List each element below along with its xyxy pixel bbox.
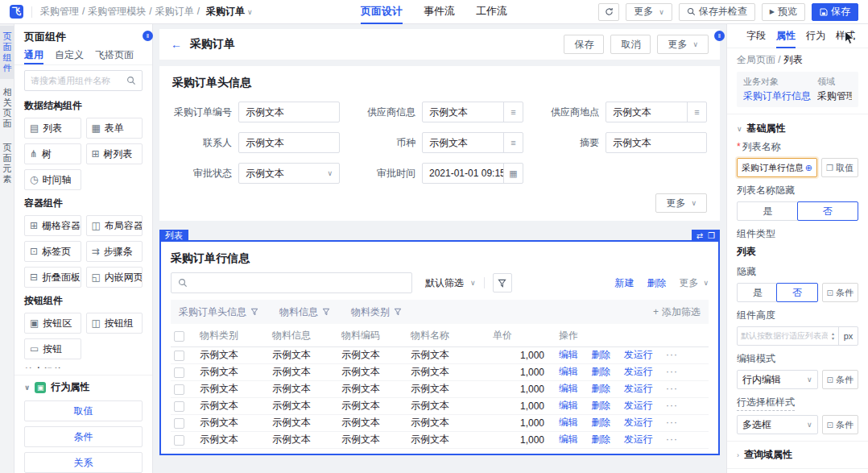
default-filter-select[interactable]: 默认筛选 ∨	[425, 276, 476, 290]
list-search-input[interactable]	[192, 277, 405, 289]
save-button[interactable]: 保存	[812, 3, 858, 21]
row-action-delete[interactable]: 删除	[591, 434, 610, 445]
component-item[interactable]: ▭ 按钮	[24, 338, 81, 359]
calendar-icon[interactable]: ▦	[503, 164, 523, 183]
row-action-delete[interactable]: 删除	[591, 383, 610, 394]
row-checkbox[interactable]	[174, 384, 184, 395]
breadcrumb-item[interactable]: 采购管理	[40, 6, 79, 17]
row-action-edit[interactable]: 编辑	[559, 383, 578, 394]
lookup-input[interactable]: 示例文本 ≡	[422, 102, 523, 122]
breadcrumb-item[interactable]: 采购管理模块	[88, 6, 146, 17]
component-item[interactable]: ◫ 按钮组	[86, 313, 143, 334]
option-yes[interactable]: 是	[738, 284, 777, 301]
base-properties-header[interactable]: ∨ 基础属性	[727, 114, 868, 140]
section-query-domain[interactable]: › 查询域属性	[727, 441, 868, 468]
lookup-icon[interactable]: ≡	[503, 133, 523, 152]
rail-item-page-elements[interactable]: 页面元素	[0, 137, 14, 190]
row-checkbox[interactable]	[174, 418, 184, 429]
behavior-button[interactable]: 条件	[24, 426, 143, 447]
behavior-section-header[interactable]: ∨ ▣ 行为属性	[14, 375, 152, 399]
create-link[interactable]: 新建	[614, 276, 634, 290]
number-stepper[interactable]: ▴▾	[828, 327, 838, 345]
row-action-delete[interactable]: 删除	[591, 366, 610, 377]
text-input[interactable]: 示例文本	[606, 132, 707, 153]
tab-general[interactable]: 通用	[24, 46, 43, 64]
row-action-ship-line[interactable]: 发运行	[624, 383, 653, 394]
component-item[interactable]: ⊞ 栅格容器	[24, 215, 81, 236]
component-item[interactable]: ⇉ 步骤条	[86, 241, 143, 262]
lookup-input[interactable]: 示例文本 ≡	[606, 102, 707, 122]
stepper-down-icon[interactable]: ▾	[832, 336, 834, 341]
rail-item-page-components[interactable]: 页面组件	[0, 26, 14, 79]
breadcrumb-current[interactable]: 采购订单	[206, 6, 245, 17]
row-action-edit[interactable]: 编辑	[559, 349, 578, 360]
behavior-button[interactable]: 关系	[24, 452, 143, 473]
form-more-button[interactable]: 更多∨	[655, 193, 707, 213]
row-checkbox[interactable]	[174, 367, 184, 378]
edit-mode-condition-button[interactable]: ⊡ 条件	[822, 370, 858, 389]
row-more-icon[interactable]: ···	[666, 400, 678, 411]
filter-chip[interactable]: 物料信息	[279, 305, 330, 319]
tab-page-design[interactable]: 页面设计	[361, 0, 403, 24]
copy-component-icon[interactable]: ❐	[708, 231, 715, 240]
edit-mode-select[interactable]: 行内编辑 ∨	[737, 370, 818, 389]
hidden-condition-button[interactable]: ⊡ 条件	[822, 283, 858, 302]
component-item[interactable]: ▦ 表单	[86, 118, 143, 139]
component-item[interactable]: ⋔ 树	[24, 143, 81, 164]
row-action-delete[interactable]: 删除	[591, 417, 610, 428]
add-filter-button[interactable]: + 添加筛选	[653, 305, 701, 319]
canvas-more-button[interactable]: 更多∨	[657, 35, 709, 54]
select-all-checkbox[interactable]	[174, 331, 184, 342]
canvas-cancel-button[interactable]: 取消	[610, 35, 651, 54]
row-action-ship-line[interactable]: 发运行	[624, 417, 653, 428]
row-action-delete[interactable]: 删除	[591, 400, 610, 411]
row-more-icon[interactable]: ···	[666, 349, 678, 360]
behavior-button[interactable]: 取值	[24, 400, 143, 421]
row-more-icon[interactable]: ···	[666, 417, 678, 428]
list-search[interactable]	[171, 272, 412, 293]
tab-workflow[interactable]: 工作流	[476, 0, 507, 24]
component-item[interactable]: ▣ 按钮区	[24, 313, 81, 334]
component-item[interactable]: ⊡ 标签页	[24, 241, 81, 262]
object-value-link[interactable]: 采购订单行信息	[743, 89, 817, 103]
select-input[interactable]: 示例文本 ∨	[238, 163, 340, 184]
i18n-globe-icon[interactable]: ⊕	[805, 163, 812, 173]
option-yes[interactable]: 是	[738, 202, 798, 220]
section-data-domain[interactable]: › 数据域属性	[727, 468, 868, 473]
option-no[interactable]: 否	[776, 283, 817, 302]
filter-funnel-button[interactable]	[493, 273, 512, 293]
filter-chip[interactable]: 采购订单头信息	[179, 305, 258, 319]
row-action-ship-line[interactable]: 发运行	[624, 349, 653, 360]
row-action-ship-line[interactable]: 发运行	[624, 400, 653, 411]
canvas-save-button[interactable]: 保存	[564, 35, 604, 54]
tab-behavior[interactable]: 行为	[806, 24, 825, 48]
row-action-ship-line[interactable]: 发运行	[624, 366, 653, 377]
save-and-check-button[interactable]: 保存并检查	[679, 3, 755, 21]
row-action-edit[interactable]: 编辑	[559, 366, 578, 377]
list-more-link[interactable]: 更多∨	[679, 276, 709, 290]
row-checkbox[interactable]	[174, 401, 184, 412]
row-checkbox[interactable]	[174, 435, 184, 446]
row-more-icon[interactable]: ···	[666, 366, 678, 377]
more-button[interactable]: 更多∨	[626, 3, 672, 21]
component-height-input[interactable]: 默认按数据行适应列表高度 ▴▾ px	[737, 326, 858, 346]
component-search[interactable]	[24, 70, 143, 91]
tab-custom[interactable]: 自定义	[55, 46, 84, 64]
preview-button[interactable]: ▶ 预览	[762, 3, 805, 21]
lookup-icon[interactable]: ≡	[503, 102, 523, 122]
tab-feida-pages[interactable]: 飞搭页面	[95, 46, 134, 64]
row-more-icon[interactable]: ···	[666, 383, 678, 394]
component-item[interactable]: ◷ 时间轴	[24, 169, 81, 190]
row-action-ship-line[interactable]: 发运行	[624, 434, 653, 445]
row-action-edit[interactable]: 编辑	[559, 400, 578, 411]
tab-event-flow[interactable]: 事件流	[424, 0, 455, 24]
text-input[interactable]: 示例文本	[238, 102, 340, 122]
back-arrow-icon[interactable]: ←	[171, 38, 182, 51]
row-action-edit[interactable]: 编辑	[559, 434, 578, 445]
list-name-input[interactable]: 采购订单行信息 ⊕	[737, 158, 817, 177]
row-select-style-select[interactable]: 多选框 ∨	[737, 415, 818, 434]
component-search-input[interactable]	[31, 76, 123, 85]
tab-properties[interactable]: 属性	[776, 24, 796, 48]
component-item[interactable]: ◫ 布局容器	[86, 215, 143, 236]
swap-component-icon[interactable]: ⇄	[696, 231, 703, 240]
